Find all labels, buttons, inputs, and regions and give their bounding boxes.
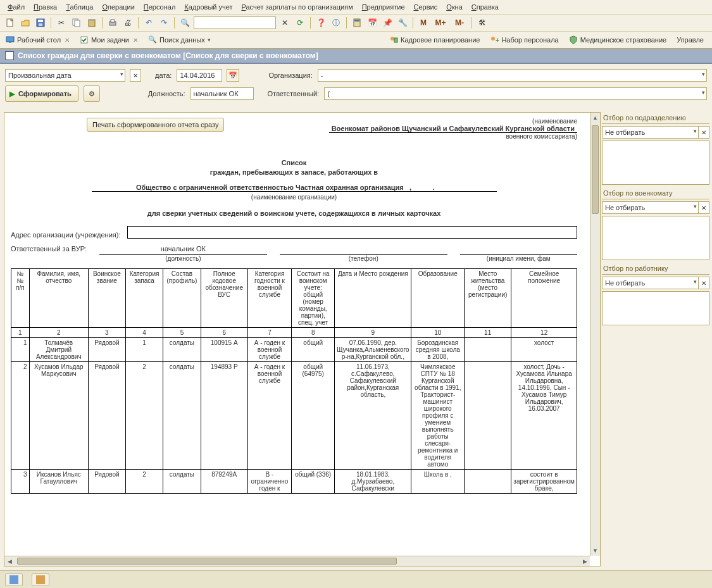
nav-desktop[interactable]: Рабочий стол ✕ <box>3 33 75 47</box>
nav-hr-planning[interactable]: Кадровое планирование <box>386 33 485 47</box>
nav-tasks[interactable]: Мои задачи ✕ <box>77 33 144 47</box>
menu-item[interactable]: Окна <box>442 1 466 13</box>
resp-fio-col: (инициал имени, фам <box>460 245 577 262</box>
menu-item[interactable]: Таблица <box>62 1 97 13</box>
subdivision-filter-combo[interactable]: Не отбирать <box>602 126 699 139</box>
pin-icon[interactable]: 📌 <box>381 16 394 29</box>
tool-icon[interactable]: 🔧 <box>396 16 409 29</box>
citizens-table: № № п/п Фамилия, имя, отчество Воинское … <box>11 268 577 494</box>
scroll-right-arrow-icon[interactable]: ▶ <box>580 556 590 566</box>
cell-birth: 11.06.1973, с.Сафакулево, Сафакулевский … <box>335 362 411 470</box>
responsible-label: Ответственный: <box>268 90 320 97</box>
menu-item[interactable]: Предприятие <box>358 1 409 13</box>
settings-button[interactable]: ⚙ <box>84 85 100 102</box>
filter-commissariat: Отбор по военкомату Не отбирать ✕ <box>602 187 709 260</box>
date-input[interactable]: 14.04.2016 <box>177 69 222 82</box>
print-preview-icon[interactable]: 🖨 <box>122 16 134 29</box>
refresh-icon[interactable]: ⟳ <box>294 16 306 29</box>
horizontal-scrollbar[interactable]: ◀ ▶ <box>4 556 590 566</box>
nav-label: Управле <box>677 36 704 44</box>
col-edu: Образование <box>411 269 465 328</box>
cell-residence <box>465 470 511 494</box>
cell-n: 1 <box>11 338 30 362</box>
status-item-1[interactable] <box>5 573 23 586</box>
copy-icon[interactable] <box>70 16 83 29</box>
period-mode-combo[interactable]: Произвольная дата <box>5 69 125 82</box>
scroll-up-arrow-icon[interactable]: ▲ <box>590 113 600 123</box>
m-minus-button[interactable]: М- <box>451 16 468 29</box>
calendar-icon[interactable]: 📅 <box>366 16 378 29</box>
print-immediately-button[interactable]: Печать сформированного отчета сразу <box>87 118 224 132</box>
table-row[interactable]: 1Толмачёв Дмитрий АлександровичРядовой1с… <box>11 338 577 362</box>
commissariat-filter-combo[interactable]: Не отбирать <box>602 201 699 214</box>
close-x-icon[interactable]: ✕ <box>133 37 138 44</box>
vertical-scrollbar[interactable]: ▲ ▼ <box>590 113 600 556</box>
m-button[interactable]: М <box>417 16 430 29</box>
cell-fio: Толмачёв Дмитрий Александрович <box>29 338 88 362</box>
report-container: Печать сформированного отчета сразу (наи… <box>4 112 601 566</box>
generate-button[interactable]: ▶ Сформировать <box>5 85 78 102</box>
paste-icon[interactable] <box>85 16 98 29</box>
cut-icon[interactable]: ✂ <box>55 16 68 29</box>
menu-item[interactable]: Расчет зарплаты по организациям <box>238 1 357 13</box>
nav-manage[interactable]: Управле <box>673 34 709 46</box>
calendar-picker-icon[interactable]: 📅 <box>227 69 239 82</box>
clear-period-btn[interactable]: ✕ <box>130 69 141 82</box>
cell-rank: Рядовой <box>88 338 125 362</box>
scroll-left-arrow-icon[interactable]: ◀ <box>4 556 15 566</box>
organization-combo[interactable]: - <box>318 69 707 82</box>
print-icon[interactable] <box>106 16 119 29</box>
cell-family: состоит в зарегистрированном браке, <box>511 470 577 494</box>
calc-icon[interactable] <box>351 16 363 29</box>
table-row[interactable]: 2Хусамов Ильдар МаркусовичРядовой2солдат… <box>11 362 577 470</box>
svg-point-17 <box>491 37 495 41</box>
table-row[interactable]: 3Иксанов Ильяс ГатаулловичРядовой2солдат… <box>11 470 577 494</box>
scroll-thumb[interactable] <box>17 558 397 565</box>
info-icon[interactable]: ⓘ <box>330 16 342 29</box>
toolbar: ✂ 🖨 ↶ ↷ 🔍 ✕ ⟳ ❓ ⓘ 📅 📌 🔧 М М+ М- 🛠 <box>0 15 712 32</box>
svg-text:+: + <box>496 37 499 44</box>
settings-icon[interactable]: 🛠 <box>476 16 489 29</box>
position-input[interactable]: начальник ОК <box>190 87 254 100</box>
m-plus-button[interactable]: М+ <box>432 16 449 29</box>
help-icon[interactable]: ❓ <box>315 16 327 29</box>
nav-search-data[interactable]: 🔍 Поиск данных <box>145 33 216 47</box>
col-number: 4 <box>125 328 163 338</box>
col-residence: Место жительства (место регистрации) <box>465 269 511 328</box>
responsible-combo[interactable]: ( <box>324 87 707 100</box>
nav-medical[interactable]: Медицинское страхование <box>566 33 672 47</box>
redo-icon[interactable]: ↷ <box>158 16 170 29</box>
menu-item[interactable]: Файл <box>4 1 28 13</box>
scroll-thumb[interactable] <box>592 125 599 214</box>
menu-item[interactable]: Справка <box>468 1 503 13</box>
save-icon[interactable] <box>34 16 47 29</box>
employee-list[interactable] <box>602 291 709 325</box>
status-item-2[interactable] <box>32 573 49 586</box>
cell-cat: 2 <box>125 362 163 470</box>
close-x-icon[interactable]: ✕ <box>65 37 70 44</box>
menu-item[interactable]: Операции <box>98 1 138 13</box>
report-scroll[interactable]: (наименование Военкомат районов Щучански… <box>4 113 590 556</box>
nav-label: Поиск данных <box>159 36 205 44</box>
svg-rect-5 <box>75 20 80 27</box>
clear-filter-btn[interactable]: ✕ <box>698 201 709 214</box>
menu-item[interactable]: Правка <box>30 1 61 13</box>
commissariat-list[interactable] <box>602 216 709 260</box>
menu-item[interactable]: Кадровый учет <box>180 1 236 13</box>
subdivision-list[interactable] <box>602 141 709 185</box>
clear-filter-btn[interactable]: ✕ <box>698 126 709 139</box>
employee-filter-combo[interactable]: Не отбирать <box>602 277 699 289</box>
combo-value: - <box>321 72 323 79</box>
scroll-down-arrow-icon[interactable]: ▼ <box>590 546 600 556</box>
new-doc-icon[interactable] <box>4 16 16 29</box>
search-field[interactable] <box>194 16 276 29</box>
menu-item[interactable]: Сервис <box>410 1 442 13</box>
nav-recruitment[interactable]: + Набор персонала <box>487 33 564 47</box>
clear-filter-btn[interactable]: ✕ <box>698 277 709 289</box>
svg-rect-9 <box>111 20 115 22</box>
menu-item[interactable]: Персонал <box>140 1 180 13</box>
search-icon[interactable]: 🔍 <box>178 16 191 29</box>
open-icon[interactable] <box>19 16 32 29</box>
clear-icon[interactable]: ✕ <box>278 16 291 29</box>
undo-icon[interactable]: ↶ <box>142 16 155 29</box>
